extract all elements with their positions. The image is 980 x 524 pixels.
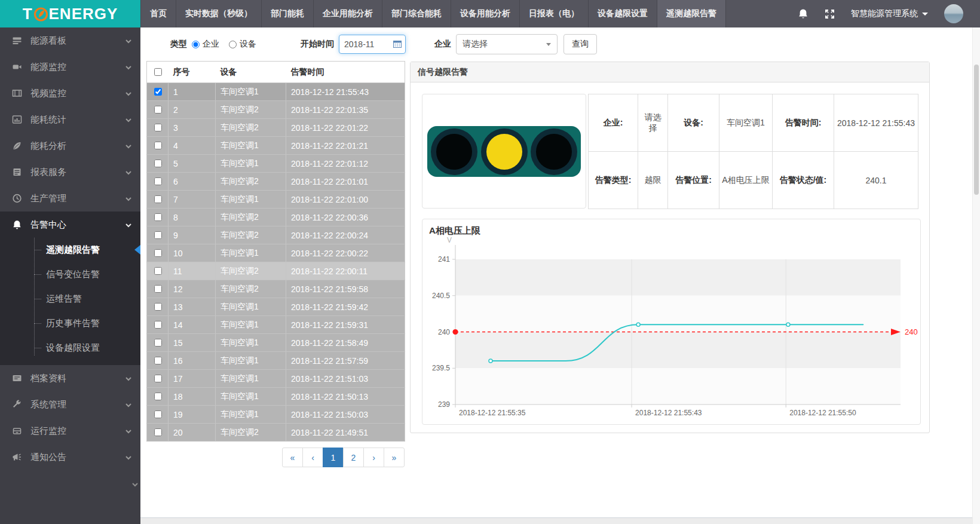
type-radio-option[interactable]: 企业: [192, 39, 219, 50]
sidebar-item[interactable]: 告警中心: [0, 212, 140, 238]
info-value: 2018-12-12 21:55:43: [834, 94, 918, 152]
chevron-down-icon: [125, 64, 132, 71]
sidebar-item[interactable]: 能源监控: [0, 54, 140, 80]
sidebar-item[interactable]: 视频监控: [0, 80, 140, 106]
sidebar-item[interactable]: 系统管理: [0, 391, 140, 418]
row-checkbox[interactable]: [154, 321, 162, 329]
topnav-item[interactable]: 首页: [140, 0, 176, 27]
row-checkbox[interactable]: [154, 213, 162, 221]
avatar[interactable]: [944, 4, 963, 23]
row-checkbox[interactable]: [154, 88, 162, 96]
sidebar-item[interactable]: 生产管理: [0, 185, 140, 212]
table-row[interactable]: 9车间空调22018-11-22 22:00:24: [147, 226, 405, 244]
sidebar-item[interactable]: 报表服务: [0, 159, 140, 185]
table-row[interactable]: 6车间空调22018-11-22 22:01:01: [147, 173, 405, 191]
report-icon: [12, 167, 23, 177]
cell-device: 车间空调1: [216, 155, 286, 173]
pagination-button[interactable]: «: [282, 448, 303, 467]
sidebar-scroll-down-icon[interactable]: [131, 481, 139, 488]
row-checkbox[interactable]: [154, 267, 162, 275]
select-all-checkbox[interactable]: [154, 68, 162, 76]
search-button[interactable]: 查询: [564, 34, 597, 54]
row-checkbox[interactable]: [154, 303, 162, 311]
row-checkbox[interactable]: [154, 106, 162, 114]
sidebar-item[interactable]: 能源看板: [0, 27, 140, 54]
row-checkbox[interactable]: [154, 375, 162, 382]
table-row[interactable]: 10车间空调12018-11-22 22:00:22: [147, 244, 405, 262]
table-row[interactable]: 18车间空调12018-11-22 21:50:13: [147, 388, 405, 406]
row-checkbox[interactable]: [154, 231, 162, 239]
cell-device: 车间空调2: [216, 226, 286, 244]
table-row[interactable]: 3车间空调22018-11-22 22:01:22: [147, 119, 405, 137]
cell-device: 车间空调1: [216, 316, 286, 334]
table-row[interactable]: 12车间空调22018-11-22 21:59:58: [147, 280, 405, 298]
table-row[interactable]: 11车间空调22018-11-22 22:00:11: [147, 262, 405, 280]
sidebar-subitem[interactable]: 信号变位告警: [0, 262, 140, 287]
row-checkbox[interactable]: [154, 410, 162, 418]
calendar-icon[interactable]: [393, 40, 402, 48]
pagination-button[interactable]: 2: [343, 448, 364, 467]
topnav-item[interactable]: 部门综合能耗: [382, 0, 451, 27]
topnav-item[interactable]: 设备用能分析: [451, 0, 520, 27]
table-row[interactable]: 5车间空调12018-11-22 22:01:12: [147, 155, 405, 173]
row-checkbox[interactable]: [154, 124, 162, 131]
table-row[interactable]: 14车间空调12018-11-22 21:59:31: [147, 316, 405, 334]
chevron-down-icon: [546, 43, 551, 46]
table-row[interactable]: 20车间空调22018-11-22 21:49:51: [147, 424, 405, 442]
table-row[interactable]: 1车间空调12018-12-12 21:55:43: [147, 83, 405, 101]
table-row[interactable]: 16车间空调12018-11-22 21:57:59: [147, 352, 405, 370]
row-checkbox[interactable]: [154, 339, 162, 347]
topnav-item[interactable]: 部门能耗: [262, 0, 314, 27]
table-row[interactable]: 7车间空调12018-11-22 22:01:00: [147, 191, 405, 209]
topnav-item[interactable]: 日报表（电）: [520, 0, 589, 27]
row-checkbox[interactable]: [154, 195, 162, 203]
company-select[interactable]: 请选择: [456, 34, 558, 54]
row-checkbox[interactable]: [154, 160, 162, 167]
type-radio-option[interactable]: 设备: [229, 39, 256, 50]
table-row[interactable]: 17车间空调12018-11-22 21:51:03: [147, 370, 405, 388]
sidebar-item-label: 告警中心: [30, 219, 66, 231]
row-checkbox[interactable]: [154, 249, 162, 257]
topnav-item[interactable]: 遥测越限告警: [657, 0, 726, 27]
page-scrollbar[interactable]: [972, 27, 980, 524]
pagination-button[interactable]: 1: [323, 448, 344, 467]
row-checkbox[interactable]: [154, 357, 162, 364]
type-radio[interactable]: [229, 41, 237, 48]
topnav-item[interactable]: 实时数据（秒级）: [176, 0, 262, 27]
sidebar-item[interactable]: 运行监控: [0, 418, 140, 444]
sidebar-subitem[interactable]: 历史事件告警: [0, 311, 140, 336]
start-time-label: 开始时间: [301, 39, 334, 50]
cell-time: 2018-11-22 22:00:24: [286, 226, 405, 244]
pagination-button[interactable]: »: [384, 448, 405, 467]
sidebar-item[interactable]: 能耗统计: [0, 106, 140, 133]
row-checkbox[interactable]: [154, 428, 162, 436]
sidebar-subitem[interactable]: 运维告警: [0, 287, 140, 311]
sidebar-item[interactable]: 档案资料: [0, 365, 140, 391]
chevron-down-icon: [125, 375, 132, 382]
row-checkbox[interactable]: [154, 142, 162, 149]
table-row[interactable]: 13车间空调12018-11-22 21:59:42: [147, 298, 405, 316]
table-row[interactable]: 8车间空调22018-11-22 22:00:36: [147, 209, 405, 226]
pagination-button[interactable]: ›: [363, 448, 384, 467]
table-row[interactable]: 19车间空调12018-11-22 21:50:03: [147, 406, 405, 424]
system-title-menu[interactable]: 智慧能源管理系统: [851, 8, 928, 19]
sidebar-subitem[interactable]: 遥测越限告警: [0, 238, 140, 262]
table-row[interactable]: 2车间空调22018-11-22 22:01:35: [147, 101, 405, 119]
sidebar-subitem[interactable]: 设备越限设置: [0, 336, 140, 360]
type-radio[interactable]: [192, 41, 200, 48]
fullscreen-icon[interactable]: [825, 9, 835, 19]
topnav-item[interactable]: 设备越限设置: [589, 0, 657, 27]
row-checkbox[interactable]: [154, 177, 162, 185]
sidebar-item[interactable]: 通知公告: [0, 444, 140, 470]
bell-icon[interactable]: [798, 8, 808, 20]
table-row[interactable]: 4车间空调12018-11-22 22:01:21: [147, 137, 405, 155]
panel-title: 信号越限告警: [411, 62, 929, 82]
table-row[interactable]: 15车间空调12018-11-22 21:58:49: [147, 334, 405, 352]
topnav-item[interactable]: 企业用能分析: [314, 0, 382, 27]
row-checkbox[interactable]: [154, 393, 162, 400]
row-checkbox[interactable]: [154, 285, 162, 293]
chevron-down-icon: [125, 169, 132, 176]
scrollbar-thumb[interactable]: [974, 65, 979, 195]
sidebar-item[interactable]: 能耗分析: [0, 133, 140, 159]
pagination-button[interactable]: ‹: [302, 448, 323, 467]
